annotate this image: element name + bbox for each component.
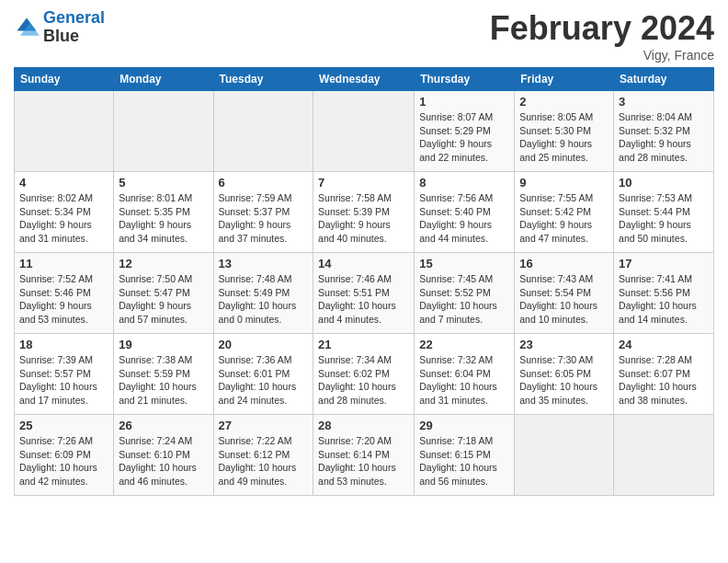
- calendar-cell: 29Sunrise: 7:18 AM Sunset: 6:15 PM Dayli…: [415, 415, 515, 496]
- day-info: Sunrise: 7:18 AM Sunset: 6:15 PM Dayligh…: [419, 434, 509, 488]
- day-number: 20: [219, 338, 309, 351]
- day-info: Sunrise: 7:26 AM Sunset: 6:09 PM Dayligh…: [19, 434, 108, 488]
- calendar-cell: 23Sunrise: 7:30 AM Sunset: 6:05 PM Dayli…: [515, 334, 614, 415]
- day-info: Sunrise: 7:22 AM Sunset: 6:12 PM Dayligh…: [219, 434, 309, 488]
- day-number: 10: [619, 176, 709, 190]
- day-number: 7: [318, 176, 409, 190]
- day-info: Sunrise: 7:39 AM Sunset: 5:57 PM Dayligh…: [19, 353, 108, 408]
- day-info: Sunrise: 8:01 AM Sunset: 5:35 PM Dayligh…: [119, 191, 208, 246]
- logo-icon: [14, 15, 40, 40]
- page-header: General Blue February 2024 Vigy, France: [14, 9, 714, 63]
- calendar-cell: 15Sunrise: 7:45 AM Sunset: 5:52 PM Dayli…: [415, 253, 515, 334]
- calendar-cell: 6Sunrise: 7:59 AM Sunset: 5:37 PM Daylig…: [213, 172, 313, 253]
- day-number: 1: [419, 95, 509, 109]
- calendar-cell: 27Sunrise: 7:22 AM Sunset: 6:12 PM Dayli…: [213, 415, 313, 496]
- weekday-header-tuesday: Tuesday: [213, 68, 313, 91]
- day-number: 14: [318, 257, 409, 270]
- calendar-cell: 26Sunrise: 7:24 AM Sunset: 6:10 PM Dayli…: [114, 415, 213, 496]
- day-info: Sunrise: 7:58 AM Sunset: 5:39 PM Dayligh…: [318, 191, 409, 246]
- day-number: 6: [219, 176, 309, 190]
- calendar-cell: 9Sunrise: 7:55 AM Sunset: 5:42 PM Daylig…: [515, 172, 614, 253]
- day-number: 21: [318, 338, 409, 351]
- calendar-cell: 2Sunrise: 8:05 AM Sunset: 5:30 PM Daylig…: [515, 91, 614, 172]
- calendar-cell: 8Sunrise: 7:56 AM Sunset: 5:40 PM Daylig…: [415, 172, 515, 253]
- calendar-cell: 24Sunrise: 7:28 AM Sunset: 6:07 PM Dayli…: [614, 334, 714, 415]
- day-number: 4: [19, 176, 108, 190]
- calendar-cell: 12Sunrise: 7:50 AM Sunset: 5:47 PM Dayli…: [114, 253, 213, 334]
- title-block: February 2024 Vigy, France: [490, 9, 714, 63]
- day-number: 2: [519, 95, 609, 109]
- calendar-cell: 19Sunrise: 7:38 AM Sunset: 5:59 PM Dayli…: [114, 334, 213, 415]
- calendar-table: SundayMondayTuesdayWednesdayThursdayFrid…: [14, 67, 714, 496]
- weekday-header-friday: Friday: [515, 68, 614, 91]
- calendar-cell: 4Sunrise: 8:02 AM Sunset: 5:34 PM Daylig…: [15, 172, 114, 253]
- logo: General Blue: [14, 9, 105, 46]
- calendar-cell: [114, 91, 213, 172]
- day-info: Sunrise: 7:20 AM Sunset: 6:14 PM Dayligh…: [318, 434, 409, 488]
- day-number: 26: [119, 419, 208, 432]
- day-number: 13: [219, 257, 309, 270]
- day-info: Sunrise: 7:59 AM Sunset: 5:37 PM Dayligh…: [219, 191, 309, 246]
- calendar-cell: 10Sunrise: 7:53 AM Sunset: 5:44 PM Dayli…: [614, 172, 714, 253]
- calendar-cell: 16Sunrise: 7:43 AM Sunset: 5:54 PM Dayli…: [515, 253, 614, 334]
- day-number: 5: [119, 176, 208, 190]
- day-info: Sunrise: 7:34 AM Sunset: 6:02 PM Dayligh…: [318, 353, 409, 408]
- calendar-week-row: 1Sunrise: 8:07 AM Sunset: 5:29 PM Daylig…: [15, 91, 714, 172]
- day-number: 15: [419, 257, 509, 270]
- day-number: 29: [419, 419, 509, 432]
- day-info: Sunrise: 8:07 AM Sunset: 5:29 PM Dayligh…: [419, 110, 509, 165]
- weekday-header-saturday: Saturday: [614, 68, 714, 91]
- day-info: Sunrise: 8:02 AM Sunset: 5:34 PM Dayligh…: [19, 191, 108, 246]
- calendar-week-row: 18Sunrise: 7:39 AM Sunset: 5:57 PM Dayli…: [15, 334, 714, 415]
- day-info: Sunrise: 7:41 AM Sunset: 5:56 PM Dayligh…: [619, 272, 709, 327]
- day-number: 9: [519, 176, 609, 190]
- day-number: 28: [318, 419, 409, 432]
- calendar-cell: 14Sunrise: 7:46 AM Sunset: 5:51 PM Dayli…: [313, 253, 415, 334]
- weekday-header-wednesday: Wednesday: [313, 68, 415, 91]
- calendar-cell: [213, 91, 313, 172]
- day-info: Sunrise: 7:43 AM Sunset: 5:54 PM Dayligh…: [519, 272, 609, 327]
- calendar-cell: 20Sunrise: 7:36 AM Sunset: 6:01 PM Dayli…: [213, 334, 313, 415]
- day-number: 23: [519, 338, 609, 351]
- day-number: 3: [619, 95, 709, 109]
- calendar-cell: 22Sunrise: 7:32 AM Sunset: 6:04 PM Dayli…: [415, 334, 515, 415]
- calendar-cell: [515, 415, 614, 496]
- day-info: Sunrise: 7:50 AM Sunset: 5:47 PM Dayligh…: [119, 272, 208, 327]
- logo-text: General Blue: [43, 9, 105, 46]
- calendar-cell: 5Sunrise: 8:01 AM Sunset: 5:35 PM Daylig…: [114, 172, 213, 253]
- calendar-week-row: 25Sunrise: 7:26 AM Sunset: 6:09 PM Dayli…: [15, 415, 714, 496]
- calendar-cell: 18Sunrise: 7:39 AM Sunset: 5:57 PM Dayli…: [15, 334, 114, 415]
- day-info: Sunrise: 7:53 AM Sunset: 5:44 PM Dayligh…: [619, 191, 709, 246]
- day-info: Sunrise: 7:36 AM Sunset: 6:01 PM Dayligh…: [219, 353, 309, 408]
- day-number: 27: [219, 419, 309, 432]
- calendar-cell: [614, 415, 714, 496]
- weekday-header-monday: Monday: [114, 68, 213, 91]
- calendar-cell: 21Sunrise: 7:34 AM Sunset: 6:02 PM Dayli…: [313, 334, 415, 415]
- day-number: 8: [419, 176, 509, 190]
- day-number: 22: [419, 338, 509, 351]
- calendar-cell: 17Sunrise: 7:41 AM Sunset: 5:56 PM Dayli…: [614, 253, 714, 334]
- location: Vigy, France: [490, 48, 714, 63]
- month-title: February 2024: [490, 9, 714, 48]
- day-number: 25: [19, 419, 108, 432]
- day-info: Sunrise: 7:46 AM Sunset: 5:51 PM Dayligh…: [318, 272, 409, 327]
- calendar-week-row: 11Sunrise: 7:52 AM Sunset: 5:46 PM Dayli…: [15, 253, 714, 334]
- day-number: 16: [519, 257, 609, 270]
- calendar-cell: [15, 91, 114, 172]
- day-number: 11: [19, 257, 108, 270]
- day-info: Sunrise: 7:30 AM Sunset: 6:05 PM Dayligh…: [519, 353, 609, 408]
- day-info: Sunrise: 7:52 AM Sunset: 5:46 PM Dayligh…: [19, 272, 108, 327]
- calendar-cell: 3Sunrise: 8:04 AM Sunset: 5:32 PM Daylig…: [614, 91, 714, 172]
- calendar-cell: 25Sunrise: 7:26 AM Sunset: 6:09 PM Dayli…: [15, 415, 114, 496]
- calendar-cell: 1Sunrise: 8:07 AM Sunset: 5:29 PM Daylig…: [415, 91, 515, 172]
- calendar-week-row: 4Sunrise: 8:02 AM Sunset: 5:34 PM Daylig…: [15, 172, 714, 253]
- day-number: 12: [119, 257, 208, 270]
- calendar-cell: 7Sunrise: 7:58 AM Sunset: 5:39 PM Daylig…: [313, 172, 415, 253]
- weekday-header-sunday: Sunday: [15, 68, 114, 91]
- day-number: 19: [119, 338, 208, 351]
- day-info: Sunrise: 8:04 AM Sunset: 5:32 PM Dayligh…: [619, 110, 709, 165]
- day-info: Sunrise: 7:55 AM Sunset: 5:42 PM Dayligh…: [519, 191, 609, 246]
- weekday-header-thursday: Thursday: [415, 68, 515, 91]
- day-info: Sunrise: 7:56 AM Sunset: 5:40 PM Dayligh…: [419, 191, 509, 246]
- weekday-header-row: SundayMondayTuesdayWednesdayThursdayFrid…: [15, 68, 714, 91]
